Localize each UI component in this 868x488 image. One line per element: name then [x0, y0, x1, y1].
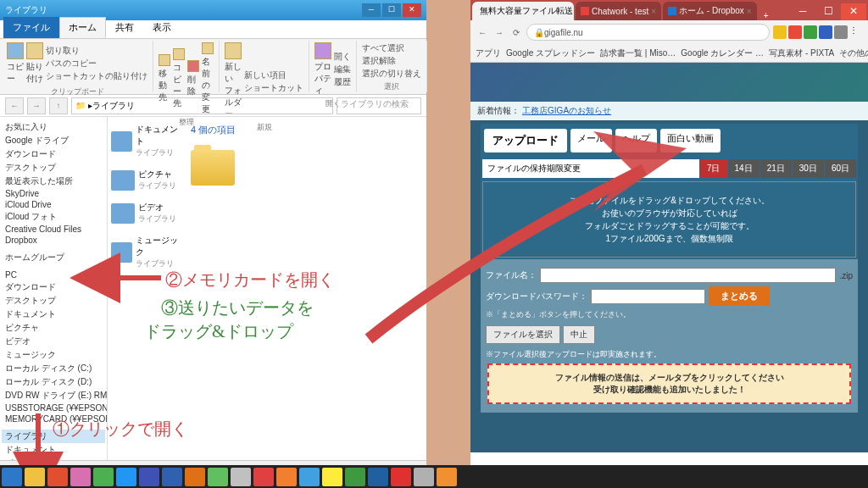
bookmark-item[interactable]: アプリ: [476, 47, 501, 59]
tree-item[interactable]: ライブラリ: [2, 430, 105, 443]
tree-item[interactable]: SkyDrive: [2, 188, 105, 199]
library-item[interactable]: ドキュメントライブラリ: [111, 124, 181, 158]
search-input[interactable]: ライブラリの検索: [337, 97, 421, 114]
tree-item[interactable]: PC: [2, 269, 105, 280]
taskbar-item[interactable]: [253, 468, 274, 486]
retention-option[interactable]: 14日: [728, 159, 760, 178]
browser-tab[interactable]: Chatwork - test×: [576, 2, 661, 20]
ext-icon[interactable]: [804, 25, 817, 39]
move-icon[interactable]: [159, 54, 170, 66]
ext-icon[interactable]: [819, 25, 832, 39]
tree-item[interactable]: ドキュメント: [2, 443, 105, 457]
tab-home[interactable]: ホーム: [59, 17, 106, 38]
tree-item[interactable]: デスクトップ: [2, 294, 105, 308]
taskbar-item[interactable]: [368, 468, 388, 486]
tree-item[interactable]: ダウンロード: [2, 147, 105, 161]
path-field[interactable]: 📁 ▸ ライブラリ: [71, 97, 333, 114]
tree-item[interactable]: ミュージック: [2, 348, 105, 362]
minimize-button[interactable]: ─: [362, 3, 381, 17]
ext-icon[interactable]: [834, 25, 848, 39]
bookmark-item[interactable]: 写真素材 - PIXTA: [769, 47, 834, 59]
taskbar-item[interactable]: [47, 468, 68, 486]
menu-icon[interactable]: ⋮: [849, 25, 863, 39]
props-icon[interactable]: [314, 42, 331, 59]
tab-video[interactable]: 面白い動画: [660, 129, 721, 152]
news-link[interactable]: 工務店GIGAのお知らせ: [522, 106, 611, 115]
tree-item[interactable]: Creative Cloud Files: [2, 224, 105, 235]
close-button[interactable]: ✕: [403, 3, 421, 17]
bookmark-item[interactable]: その他のブック: [839, 47, 868, 59]
taskbar-item[interactable]: [162, 468, 182, 486]
tree-item[interactable]: DVD RW ドライブ (E:) RM200QC Sync 1.4: [2, 389, 105, 402]
tab-upload[interactable]: アップロード: [484, 129, 567, 152]
browser-tab[interactable]: ホーム - Dropbox×: [663, 2, 757, 20]
reload-icon[interactable]: ⟳: [509, 28, 523, 37]
tab-mail[interactable]: メール: [570, 129, 612, 152]
taskbar-item[interactable]: [322, 468, 342, 486]
library-item[interactable]: ビデオライブラリ: [111, 202, 181, 225]
tree-item[interactable]: iCloud フォト: [2, 210, 105, 224]
delete-icon[interactable]: [187, 60, 199, 72]
tree-item[interactable]: iCloud Drive: [2, 199, 105, 210]
copyto-icon[interactable]: [173, 48, 185, 60]
browser-tab[interactable]: 無料大容量ファイル転送・オンライン×: [472, 2, 574, 20]
close-button[interactable]: ✕: [841, 3, 866, 20]
password-input[interactable]: [591, 289, 705, 304]
retention-option[interactable]: 7日: [700, 159, 727, 178]
tree-item[interactable]: ドキュメント: [2, 308, 105, 321]
ext-icon[interactable]: [773, 25, 787, 39]
back-button[interactable]: ←: [5, 97, 24, 114]
rename-icon[interactable]: [202, 42, 214, 54]
tree-item[interactable]: デスクトップ: [2, 161, 105, 175]
tree-item[interactable]: USBSTORAGE (¥¥EPSONFAB86A) (Y:): [2, 402, 105, 413]
taskbar-item[interactable]: [231, 468, 251, 486]
bookmark-item[interactable]: Google カレンダー …: [681, 47, 764, 59]
taskbar[interactable]: [0, 465, 868, 488]
tab-help[interactable]: ヘルプ: [615, 129, 657, 152]
back-icon[interactable]: ←: [476, 28, 489, 37]
forward-button[interactable]: →: [27, 97, 46, 114]
taskbar-item[interactable]: [116, 468, 136, 486]
tree-item[interactable]: Google ドライブ: [2, 134, 105, 147]
paste-icon[interactable]: [26, 42, 43, 59]
taskbar-item[interactable]: [185, 468, 205, 486]
taskbar-item[interactable]: [345, 468, 365, 486]
up-button[interactable]: ↑: [49, 97, 68, 114]
new-folder-icon[interactable]: [225, 42, 242, 59]
forward-icon[interactable]: →: [492, 28, 506, 37]
filename-input[interactable]: [540, 268, 836, 283]
retention-option[interactable]: 21日: [760, 159, 792, 178]
tree-item[interactable]: ピクチャ: [2, 321, 105, 335]
taskbar-item[interactable]: [93, 468, 114, 486]
tab-file[interactable]: ファイル: [3, 17, 59, 38]
taskbar-item[interactable]: [70, 468, 91, 486]
tab-view[interactable]: 表示: [143, 17, 181, 38]
tree-item[interactable]: MEMORYCARD (¥¥EPSONFAB86A) (Z:): [2, 413, 105, 424]
library-item[interactable]: ピクチャライブラリ: [111, 169, 181, 191]
tree-item[interactable]: ビデオ: [2, 335, 105, 348]
maximize-button[interactable]: ☐: [382, 3, 401, 17]
new-tab-button[interactable]: +: [759, 11, 774, 20]
select-file-button[interactable]: ファイルを選択: [486, 325, 560, 344]
taskbar-item[interactable]: [208, 468, 228, 486]
library-item[interactable]: ミュージックライブラリ: [111, 235, 181, 269]
tree-item[interactable]: 最近表示した場所: [2, 175, 105, 188]
drop-zone[interactable]: ここにファイルをドラッグ&ドロップしてください。 お使いのブラウザが対応していれ…: [482, 181, 856, 258]
taskbar-item[interactable]: [437, 468, 457, 486]
tree-item[interactable]: ローカル ディスク (D:): [2, 375, 105, 389]
tree-item[interactable]: Dropbox: [2, 235, 105, 246]
url-field[interactable]: 🔒 gigafile.nu: [526, 24, 770, 41]
tree-item[interactable]: ピクチャ: [2, 457, 105, 460]
tree-item[interactable]: ダウンロード: [2, 280, 105, 294]
ext-icon[interactable]: [788, 25, 802, 39]
content-pane[interactable]: 4 個の項目: [184, 117, 426, 460]
folder-icon[interactable]: [191, 150, 235, 186]
bundle-button[interactable]: まとめる: [709, 286, 770, 306]
taskbar-item[interactable]: [2, 468, 22, 486]
taskbar-item[interactable]: [414, 468, 434, 486]
taskbar-item[interactable]: [391, 468, 411, 486]
tab-share[interactable]: 共有: [106, 17, 143, 38]
minimize-button[interactable]: ─: [790, 3, 815, 20]
taskbar-item[interactable]: [299, 468, 320, 486]
tree-item[interactable]: ローカル ディスク (C:): [2, 362, 105, 375]
